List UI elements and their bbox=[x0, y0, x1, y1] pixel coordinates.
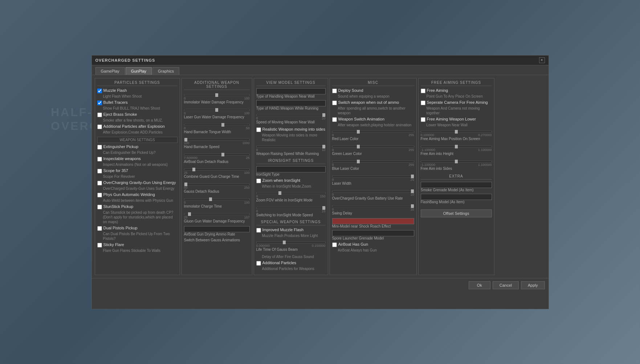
ok-button[interactable]: Ok bbox=[469, 281, 490, 289]
fa-max-pos-input[interactable] bbox=[421, 131, 492, 132]
bullet-tracers-checkbox[interactable] bbox=[97, 101, 102, 105]
hand-while-running-row: Type of HAND.Weapon While Running bbox=[256, 100, 326, 110]
weapon-settings-header: WEAPON SETTINGS bbox=[97, 137, 178, 143]
stunstick-checkbox[interactable] bbox=[97, 205, 102, 209]
tab-gunplay[interactable]: GunPlay bbox=[126, 67, 152, 75]
close-button[interactable]: × bbox=[539, 57, 545, 63]
ironsight-speed-slider: 015 Switching to IronSight Mode Speed bbox=[256, 205, 326, 217]
gauss-beam-input[interactable] bbox=[256, 242, 326, 243]
green-laser-input[interactable] bbox=[332, 146, 414, 147]
weapon-switch-anim-label: Weapon Switch Animation bbox=[338, 117, 385, 121]
laser-width-input[interactable] bbox=[332, 176, 414, 177]
handling-near-wall-dropdown[interactable] bbox=[256, 88, 326, 94]
blue-laser-slider: 0255 Blue Laser Color bbox=[332, 159, 414, 171]
scope-357-checkbox[interactable] bbox=[97, 169, 102, 173]
gluon-water-input[interactable] bbox=[184, 213, 250, 215]
barnacle-speed-input[interactable] bbox=[184, 139, 250, 140]
eject-brass-checkbox[interactable] bbox=[97, 113, 102, 117]
immolator-charge-input[interactable] bbox=[184, 199, 250, 200]
switch-ammo-checkbox[interactable] bbox=[332, 101, 337, 105]
physgun-checkbox[interactable] bbox=[97, 193, 102, 197]
hand-while-running-dropdown[interactable] bbox=[256, 100, 326, 106]
offset-settings-button[interactable]: Offset Settings bbox=[421, 209, 492, 217]
improved-muzzle-row: Improved Muzzle Flash bbox=[256, 228, 326, 233]
airboat-gun-sublabel: AirBoat Always has Gun bbox=[332, 248, 414, 253]
combine-charge-input[interactable] bbox=[184, 169, 250, 170]
airboat-gun-label: AirBoat Has Gun bbox=[338, 242, 368, 246]
ironsight-type-row: IronSight Type bbox=[256, 166, 326, 176]
swing-delay-label: Swing Delay bbox=[332, 211, 414, 215]
apply-button[interactable]: Apply bbox=[521, 281, 545, 289]
laser-width-label: Laser Width bbox=[332, 181, 414, 185]
free-aiming-checkbox[interactable] bbox=[421, 89, 425, 93]
spore-launcher-label: Spore Launcher Grenade Model bbox=[332, 236, 414, 240]
zoom-ironsight-checkbox[interactable] bbox=[256, 179, 261, 183]
red-laser-input[interactable] bbox=[332, 131, 414, 132]
sticky-flare-checkbox[interactable] bbox=[97, 243, 102, 248]
inspectable-checkbox[interactable] bbox=[97, 157, 102, 161]
cancel-button[interactable]: Cancel bbox=[493, 281, 519, 289]
ironsight-type-dropdown[interactable] bbox=[256, 166, 326, 172]
dialog-title: OVERCHARGED SETTINGS bbox=[95, 58, 155, 62]
separate-camera-checkbox[interactable] bbox=[421, 101, 425, 105]
weapon-switch-anim-checkbox[interactable] bbox=[332, 117, 337, 122]
gauss-beam-label: Life Time Of Gauss Beam bbox=[256, 248, 326, 251]
zoom-fov-input[interactable] bbox=[256, 192, 326, 194]
speed-near-wall-input[interactable] bbox=[256, 114, 326, 116]
fa-sides-slider: -1.1000001.100000 Free Aim into Sides bbox=[421, 159, 492, 171]
free-aiming-lower-sublabel: Lower Weapon Near Wall bbox=[421, 123, 492, 127]
fa-sides-input[interactable] bbox=[421, 161, 492, 162]
bullet-tracers-sublabel: Show Full BULL.TRAJ When Shoot bbox=[97, 106, 178, 111]
handling-near-wall-label: Type of Handling Weapon Near Wall bbox=[256, 94, 326, 98]
muzzle-flash-checkbox[interactable] bbox=[97, 89, 102, 93]
gravity-gun-checkbox[interactable] bbox=[97, 181, 102, 185]
flashbang-dropdown[interactable] bbox=[421, 194, 492, 200]
raising-speed-input[interactable] bbox=[256, 146, 326, 147]
misc-header: MISC bbox=[332, 81, 414, 86]
tab-gameplay[interactable]: GamePlay bbox=[95, 67, 125, 75]
improved-muzzle-checkbox[interactable] bbox=[256, 228, 261, 233]
realistic-weapon-checkbox[interactable] bbox=[256, 127, 261, 132]
panel-viewmodel: VIEW MODEL SETTINGS Type of Handling Wea… bbox=[254, 78, 328, 275]
swing-delay-input[interactable] bbox=[332, 205, 414, 207]
swing-delay-slider: 010 Swing Delay bbox=[332, 203, 414, 215]
ironsight-speed-input[interactable] bbox=[256, 207, 326, 209]
immolator-water-input[interactable] bbox=[184, 94, 250, 96]
dual-pistols-checkbox[interactable] bbox=[97, 226, 102, 231]
deploy-sound-checkbox[interactable] bbox=[332, 89, 337, 93]
gauss-beam-slider: 0.0000000.150000 Life Time Of Gauss Beam bbox=[256, 240, 326, 251]
tab-graphics[interactable]: Graphics bbox=[152, 67, 179, 75]
gauss-detach-slider: 50250 Gauss Detach Radius bbox=[184, 181, 250, 193]
flashbang-label: FlashBang Model (As Item) bbox=[421, 200, 492, 204]
airboat-ammo-label: AirBoat Gun Drying Ammo Rate bbox=[184, 232, 250, 236]
add-particles-checkbox[interactable] bbox=[97, 124, 102, 129]
free-aiming-lower-checkbox[interactable] bbox=[421, 117, 425, 122]
gauss-detach-label: Gauss Detach Radius bbox=[184, 189, 250, 193]
add-particles-row: Additional Particles after Explosion bbox=[97, 124, 178, 129]
fa-height-input[interactable] bbox=[421, 146, 492, 147]
mini-model-dropdown[interactable] bbox=[332, 218, 414, 224]
ironsight-type-label: IronSight Type bbox=[256, 172, 326, 176]
laser-gun-water-label: Laser Gun Water Damage Frequency bbox=[184, 115, 250, 119]
airboat-detach-input[interactable] bbox=[184, 154, 250, 155]
gravity-battery-input[interactable] bbox=[332, 191, 414, 192]
speed-near-wall-slider: 010 Speed of Moving Weapon Near Wall bbox=[256, 112, 326, 124]
additional-header: ADDITIONAL WEAPON SETTINGS bbox=[184, 81, 250, 90]
red-laser-label: Red Laser Color bbox=[332, 137, 414, 141]
barnacle-width-input[interactable] bbox=[184, 124, 250, 126]
airboat-gun-checkbox[interactable] bbox=[332, 242, 337, 247]
add-particles2-checkbox[interactable] bbox=[256, 261, 261, 266]
laser-gun-water-input[interactable] bbox=[184, 109, 250, 111]
gravity-gun-row: OverCharging Gravity-Gun Using Energy bbox=[97, 180, 178, 185]
airboat-ammo-dropdown[interactable] bbox=[184, 226, 250, 232]
airboat-detach-slider: 7.50000025 AirBoat Gun Detach Radius bbox=[184, 152, 250, 164]
barnacle-speed-label: Hand Barnacle Speed bbox=[184, 145, 250, 149]
smoke-grenade-dropdown[interactable] bbox=[421, 182, 492, 188]
gauss-detach-input[interactable] bbox=[184, 184, 250, 185]
fa-sides-label: Free Aim into Sides bbox=[421, 167, 492, 171]
extinguisher-checkbox[interactable] bbox=[97, 145, 102, 150]
spore-launcher-dropdown[interactable] bbox=[332, 230, 414, 236]
gluon-water-slider: 25107 Gluon Gun Water Damage Frequency bbox=[184, 211, 250, 223]
stunstick-sublabel: Can Stunstick be picked up from death CP… bbox=[97, 210, 178, 224]
blue-laser-input[interactable] bbox=[332, 161, 414, 162]
